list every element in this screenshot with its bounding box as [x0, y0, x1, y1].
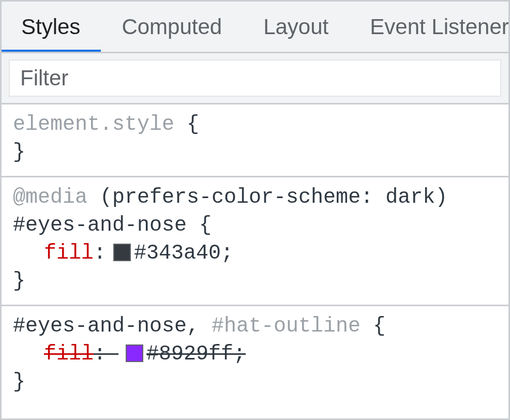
declaration-overridden[interactable]: fill: #8929ff; [13, 340, 497, 368]
media-keyword: @media [13, 186, 87, 209]
selector-line: #eyes-and-nose, #hat-outline { [13, 312, 497, 340]
tab-styles[interactable]: Styles [2, 2, 101, 52]
rule-element-style[interactable]: element.style { } [2, 104, 508, 177]
selector-line: #eyes-and-nose { [13, 212, 497, 239]
declaration[interactable]: fill: #343a40; [13, 239, 497, 267]
brace-close: } [13, 267, 497, 295]
styles-panel: Styles Computed Layout Event Listeners e… [0, 0, 510, 420]
media-condition: (prefers-color-scheme: dark) [100, 186, 447, 209]
rule-media-dark[interactable]: @media (prefers-color-scheme: dark) #eye… [2, 177, 508, 306]
tab-computed[interactable]: Computed [101, 2, 243, 52]
property-value: #343a40 [134, 239, 221, 267]
rule-eyes-hat[interactable]: #eyes-and-nose, #hat-outline { fill: #89… [2, 306, 508, 406]
brace-close: } [13, 368, 497, 396]
property-name: fill [44, 340, 94, 368]
color-swatch-icon[interactable] [113, 244, 131, 261]
tab-bar: Styles Computed Layout Event Listeners [2, 2, 508, 53]
filter-input[interactable] [9, 59, 501, 97]
selector: #eyes-and-nose [13, 214, 187, 237]
property-name: fill [44, 239, 94, 267]
property-value: #8929ff [146, 340, 233, 368]
color-swatch-icon[interactable] [126, 344, 143, 362]
selector-inactive: #hat-outline [212, 314, 361, 338]
brace-close: } [13, 139, 497, 167]
selector-active: #eyes-and-nose [13, 314, 187, 338]
tab-event-listeners[interactable]: Event Listeners [349, 2, 508, 52]
rules-list: element.style { } @media (prefers-color-… [2, 104, 508, 418]
selector: element.style [13, 113, 174, 136]
media-query: @media (prefers-color-scheme: dark) [13, 184, 497, 212]
tab-layout[interactable]: Layout [243, 2, 349, 52]
filter-row [2, 53, 508, 104]
